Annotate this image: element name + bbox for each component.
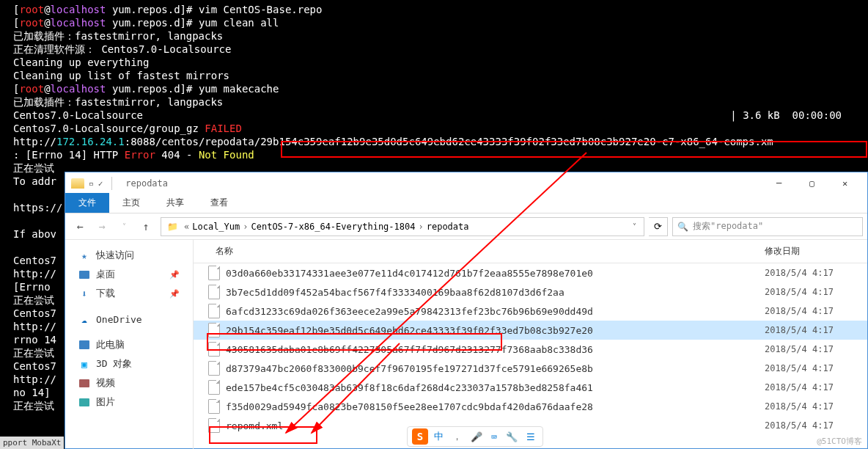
qat-check-icon[interactable]: ✓ [98, 179, 103, 189]
footer-text: pport MobaXt [0, 437, 64, 449]
tab-view[interactable]: 查看 [197, 193, 241, 213]
file-date: 2018/5/4 4:17 [765, 287, 867, 297]
sidebar-onedrive[interactable]: ☁OneDrive [65, 310, 193, 328]
file-date: 2018/5/4 4:17 [765, 325, 867, 335]
file-date: 2018/5/4 4:17 [765, 363, 867, 373]
tab-file[interactable]: 文件 [65, 193, 109, 213]
sidebar-pictures[interactable]: 图片 [65, 393, 193, 412]
minimize-button[interactable]: ─ [762, 173, 795, 194]
tab-home[interactable]: 主页 [109, 193, 153, 213]
sidebar-3d[interactable]: ▣3D 对象 [65, 354, 193, 373]
ime-tool-icon[interactable]: 🔧 [503, 431, 521, 442]
annotation-arrow [271, 147, 601, 443]
file-date: 2018/5/4 4:17 [765, 401, 867, 412]
sogou-logo-icon[interactable]: S [412, 428, 428, 445]
window-title: repodata [125, 178, 168, 189]
forward-button[interactable]: → [92, 216, 112, 237]
folder-icon [71, 178, 84, 189]
file-date: 2018/5/4 4:17 [765, 306, 867, 316]
ime-keyboard-icon[interactable]: ⌨ [488, 431, 500, 442]
file-icon [208, 304, 220, 318]
sidebar-thispc[interactable]: 此电脑 [65, 335, 193, 354]
nav-pane: ★快速访问 桌面📌 ⬇下载📌 ☁OneDrive 此电脑 ▣3D 对象 视频 图… [65, 240, 194, 449]
svg-line-1 [312, 343, 400, 433]
ime-lang[interactable]: 中 [431, 430, 446, 443]
tab-share[interactable]: 共享 [153, 193, 197, 213]
ime-menu-icon[interactable]: ☰ [523, 431, 538, 442]
search-icon: 🔍 [677, 222, 688, 232]
file-icon [208, 399, 220, 414]
column-date[interactable]: 修改日期 [765, 245, 867, 258]
close-button[interactable]: ✕ [828, 173, 861, 194]
breadcrumb-item[interactable]: Local_Yum [192, 222, 240, 232]
refresh-button[interactable]: ⟳ [649, 217, 668, 236]
sidebar-videos[interactable]: 视频 [65, 373, 193, 393]
svg-line-0 [286, 153, 586, 433]
qat-pin-icon[interactable]: ▫ [89, 179, 94, 189]
watermark: @51CTO博客 [817, 436, 862, 447]
sidebar-downloads[interactable]: ⬇下载📌 [65, 284, 193, 303]
file-date: 2018/5/4 4:17 [765, 268, 867, 278]
file-icon [208, 285, 220, 299]
ime-toolbar[interactable]: S 中 ， 🎤 ⌨ 🔧 ☰ [407, 426, 543, 447]
back-button[interactable]: ← [70, 216, 90, 237]
file-date: 2018/5/4 4:17 [765, 382, 867, 393]
file-date: 2018/5/4 4:17 [765, 344, 867, 354]
ime-punct[interactable]: ， [449, 430, 465, 443]
sidebar-quick-access[interactable]: ★快速访问 [65, 246, 193, 265]
file-icon [208, 361, 220, 376]
ime-mic-icon[interactable]: 🎤 [468, 431, 485, 442]
maximize-button[interactable]: ▢ [795, 173, 828, 194]
file-icon [208, 266, 220, 280]
file-date: 2018/5/4 4:17 [765, 420, 867, 431]
recent-dropdown[interactable]: ˅ [114, 216, 134, 237]
search-input[interactable]: 🔍 搜索"repodata" [672, 217, 863, 236]
file-icon [208, 380, 220, 395]
sidebar-desktop[interactable]: 桌面📌 [65, 265, 193, 284]
up-button[interactable]: ↑ [136, 216, 156, 237]
